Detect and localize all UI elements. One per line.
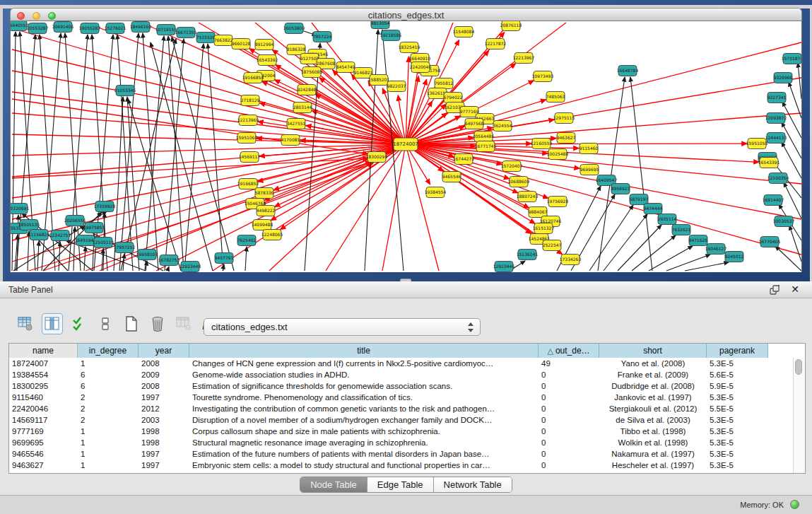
- table-cell[interactable]: 2: [78, 414, 139, 426]
- graph-node[interactable]: 6794022: [444, 93, 463, 103]
- graph-node[interactable]: 16771745: [475, 141, 497, 152]
- table-cell[interactable]: 1: [78, 437, 139, 448]
- table-cell[interactable]: 6: [78, 380, 139, 392]
- table-row[interactable]: 946554611997Estimation of the future num…: [9, 448, 805, 460]
- table-cell[interactable]: 2: [78, 403, 139, 414]
- table-row[interactable]: 969969511998Structural magnetic resonanc…: [9, 437, 805, 448]
- table-cell[interactable]: 0: [539, 369, 599, 380]
- graph-node[interactable]: 2718129: [241, 95, 260, 106]
- tab-node-table[interactable]: Node Table: [300, 477, 367, 492]
- tab-edge-table[interactable]: Edge Table: [367, 477, 434, 492]
- table-cell[interactable]: de Silva et al. (2003): [599, 414, 707, 426]
- table-cell[interactable]: 5.3E-5: [707, 426, 768, 437]
- graph-node[interactable]: 18756085: [301, 67, 323, 78]
- table-row[interactable]: 977716911998Corpus callosum shape and si…: [9, 426, 805, 437]
- graph-node[interactable]: 4170081: [281, 135, 300, 146]
- table-row[interactable]: 1938455462009Genome-wide association stu…: [9, 369, 805, 380]
- column-header-pagerank[interactable]: pagerank: [707, 344, 768, 358]
- table-cell[interactable]: Estimation of the future numbers of pati…: [189, 448, 539, 460]
- graph-node[interactable]: 9660128: [232, 39, 251, 49]
- graph-node[interactable]: 10688609: [508, 177, 530, 187]
- graph-node[interactable]: 10055287: [79, 23, 101, 34]
- graph-node[interactable]: 7632621: [672, 225, 691, 235]
- table-cell[interactable]: Dudbridge et al. (2008): [599, 380, 707, 392]
- select-mode-icon[interactable]: [69, 314, 89, 334]
- graph-node[interactable]: 14099488: [252, 220, 273, 230]
- graph-node[interactable]: 5878336: [255, 188, 274, 199]
- table-cell[interactable]: Changes of HCN gene expression and I(f) …: [189, 358, 539, 369]
- table-cell[interactable]: 5.3E-5: [707, 437, 768, 448]
- table-cell[interactable]: 18724007: [9, 358, 78, 369]
- graph-node[interactable]: 3427551: [287, 119, 306, 129]
- graph-node[interactable]: 16046127: [705, 244, 727, 255]
- table-cell[interactable]: Franke et al. (2009): [599, 369, 707, 380]
- table-cell[interactable]: 49: [539, 358, 599, 369]
- table-cell[interactable]: Corpus callosum shape and size in male p…: [189, 426, 539, 437]
- table-dropdown[interactable]: citations_edges.txt: [204, 318, 481, 336]
- graph-node[interactable]: 7515526: [196, 33, 216, 43]
- graph-node[interactable]: 9822037: [387, 81, 406, 92]
- network-window-titlebar[interactable]: citations_edges.txt: [10, 8, 802, 21]
- graph-node[interactable]: 7663822: [214, 35, 233, 46]
- table-cell[interactable]: 0: [539, 414, 599, 426]
- graph-node[interactable]: 19958107: [136, 250, 158, 260]
- column-header-short[interactable]: short: [599, 344, 707, 358]
- graph-node[interactable]: 12505115: [93, 238, 114, 248]
- graph-node[interactable]: 18505135: [18, 220, 40, 230]
- table-cell[interactable]: Investigating the contribution of common…: [189, 403, 539, 414]
- table-cell[interactable]: Wolkin et al. (1998): [599, 437, 707, 448]
- column-header-title[interactable]: title: [189, 344, 539, 358]
- table-row[interactable]: 1830029562008Estimation of significance …: [9, 380, 805, 392]
- graph-node[interactable]: 15751874: [782, 54, 802, 64]
- graph-node[interactable]: 10030537: [773, 216, 795, 227]
- table-cell[interactable]: 2003: [139, 414, 189, 426]
- table-cell[interactable]: 5.3E-5: [707, 448, 768, 460]
- table-cell[interactable]: Tourette syndrome. Phenomenology and cla…: [189, 392, 539, 403]
- modify-table-icon[interactable]: [16, 314, 35, 334]
- table-cell[interactable]: 18300295: [9, 380, 78, 392]
- column-header-year[interactable]: year: [139, 344, 189, 358]
- graph-node[interactable]: 9463627: [557, 133, 576, 144]
- graph-node[interactable]: 12217872: [485, 39, 507, 49]
- graph-node[interactable]: 18300295: [366, 152, 388, 163]
- graph-node[interactable]: 12213969: [237, 115, 259, 126]
- graph-node[interactable]: 3624554: [493, 121, 512, 132]
- graph-node[interactable]: 18807243: [517, 192, 539, 202]
- graph-node[interactable]: 20876118: [500, 21, 522, 31]
- table-cell[interactable]: 0: [539, 380, 599, 392]
- table-cell[interactable]: 6: [78, 369, 139, 380]
- table-cell[interactable]: 5.5E-5: [707, 403, 768, 414]
- table-cell[interactable]: 2008: [139, 358, 189, 369]
- row-height-icon[interactable]: [95, 314, 115, 334]
- graph-node[interactable]: 12975115: [553, 113, 575, 124]
- graph-node[interactable]: 30691406: [52, 22, 74, 33]
- table-cell[interactable]: Jankovic et al. (1997): [599, 392, 707, 403]
- float-panel-icon[interactable]: [770, 285, 781, 295]
- graph-node[interactable]: 8813054: [371, 21, 390, 29]
- graph-node[interactable]: 7625402: [237, 235, 257, 246]
- graph-node[interactable]: 19166852: [237, 179, 259, 189]
- table-cell[interactable]: 1997: [139, 460, 189, 471]
- table-row[interactable]: 911546021997Tourette syndrome. Phenomeno…: [9, 392, 805, 403]
- graph-node[interactable]: 8958923: [611, 184, 630, 194]
- graph-node[interactable]: 10973493: [532, 71, 554, 82]
- graph-node[interactable]: 8454749: [336, 62, 355, 73]
- graph-node[interactable]: 11156829: [28, 230, 50, 240]
- table-cell[interactable]: 0: [539, 448, 599, 460]
- table-cell[interactable]: Estimation of significance thresholds fo…: [189, 380, 539, 392]
- table-cell[interactable]: 5.6E-5: [707, 369, 768, 380]
- graph-node[interactable]: 11548084: [453, 27, 475, 37]
- graph-node[interactable]: 17334263: [560, 255, 582, 265]
- graph-node[interactable]: 9474444: [644, 204, 663, 214]
- column-header-in_degree[interactable]: in_degree: [78, 344, 139, 358]
- citation-network-graph[interactable]: 1594055720553287306914061005528715276021…: [11, 21, 802, 272]
- table-cell[interactable]: 0: [539, 437, 599, 448]
- graph-node[interactable]: 12213967: [513, 53, 535, 64]
- graph-node[interactable]: 12923448: [180, 262, 201, 272]
- graph-node[interactable]: 19384554: [425, 187, 447, 198]
- table-cell[interactable]: 2009: [139, 369, 189, 380]
- table-cell[interactable]: 9463627: [9, 460, 78, 471]
- graph-node[interactable]: 2522547: [543, 240, 562, 251]
- graph-node[interactable]: 8912994: [255, 40, 274, 50]
- graph-node[interactable]: 9465546: [442, 172, 461, 182]
